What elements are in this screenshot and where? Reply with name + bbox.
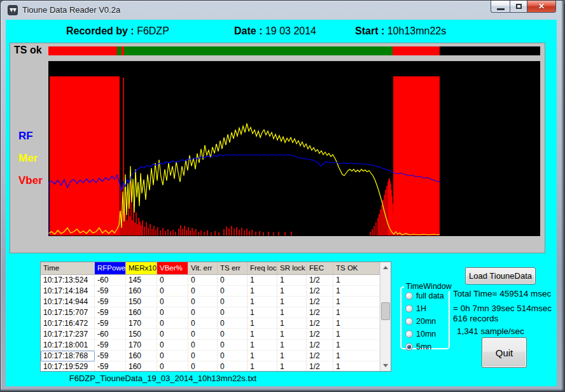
table-cell[interactable]: 150 xyxy=(126,297,157,307)
table-cell[interactable]: 1 xyxy=(248,307,277,318)
table-cell[interactable]: 0 xyxy=(188,307,218,318)
radio-option-1H[interactable]: 1H xyxy=(405,304,449,313)
table-cell[interactable]: 0 xyxy=(218,361,248,372)
table-cell[interactable]: 0 xyxy=(218,275,248,286)
table-cell[interactable]: 170 xyxy=(126,340,157,351)
table-cell[interactable]: -59 xyxy=(95,297,126,307)
table-cell[interactable]: 1 xyxy=(277,275,307,286)
header-cell-vber-[interactable]: VBer% xyxy=(157,262,188,275)
table-cell[interactable]: 1/2 xyxy=(307,318,333,329)
table-cell[interactable]: 160 xyxy=(126,351,157,361)
table-cell[interactable]: -59 xyxy=(95,286,126,297)
table-cell[interactable]: 0 xyxy=(188,361,218,372)
table-scrollbar[interactable] xyxy=(380,262,391,371)
table-cell[interactable]: 1/2 xyxy=(307,351,333,361)
titlebar[interactable]: Tioune Data Reader V0.2a ✕ xyxy=(1,1,564,20)
table-row[interactable]: 10:17:16:472-59170000111/21 xyxy=(41,318,391,329)
table-cell[interactable]: 10:17:17:237 xyxy=(41,329,95,340)
table-cell[interactable]: 1 xyxy=(248,340,277,351)
table-cell[interactable]: 1 xyxy=(333,307,380,318)
table-cell[interactable]: -59 xyxy=(95,351,126,361)
table-cell[interactable]: 1 xyxy=(248,275,277,286)
table-cell[interactable]: 1 xyxy=(248,318,277,329)
radio-option-5mn[interactable]: 5mn xyxy=(405,342,449,351)
header-cell-rfpower[interactable]: RFPower xyxy=(95,262,126,275)
table-cell[interactable]: -60 xyxy=(95,275,126,286)
radio-option-full-data[interactable]: full data xyxy=(405,291,449,300)
header-cell-vit-err[interactable]: Vit. err xyxy=(188,262,218,275)
table-cell[interactable]: 1/2 xyxy=(307,329,333,340)
table-cell[interactable]: 0 xyxy=(157,351,188,361)
table-cell[interactable]: 1 xyxy=(333,286,380,297)
table-cell[interactable]: 0 xyxy=(188,340,218,351)
table-cell[interactable]: 160 xyxy=(126,361,157,372)
header-cell-time[interactable]: Time xyxy=(41,262,95,275)
table-cell[interactable]: 10:17:14:184 xyxy=(41,286,95,297)
table-cell[interactable]: 1 xyxy=(248,351,277,361)
close-button[interactable]: ✕ xyxy=(527,1,556,13)
header-cell-fec[interactable]: FEC xyxy=(307,262,333,275)
table-cell[interactable]: 0 xyxy=(218,297,248,307)
table-row[interactable]: 10:17:15:707-59160000111/21 xyxy=(41,307,391,318)
table-cell[interactable]: 1 xyxy=(333,340,380,351)
quit-button[interactable]: Quit xyxy=(482,337,527,368)
table-cell[interactable]: -59 xyxy=(95,307,126,318)
table-cell[interactable]: 0 xyxy=(157,361,188,372)
minimize-button[interactable] xyxy=(491,1,510,13)
table-cell[interactable]: -59 xyxy=(95,340,126,351)
table-cell[interactable]: 1 xyxy=(248,297,277,307)
table-cell[interactable]: 0 xyxy=(218,286,248,297)
load-tiounedata-button[interactable]: Load TiouneData xyxy=(465,267,536,284)
table-cell[interactable]: 0 xyxy=(218,351,248,361)
table-cell[interactable]: 150 xyxy=(126,329,157,340)
scroll-thumb[interactable] xyxy=(381,302,390,320)
table-cell[interactable]: 1 xyxy=(248,286,277,297)
radio-option-10mn[interactable]: 10mn xyxy=(405,330,449,339)
table-cell[interactable]: 0 xyxy=(157,275,188,286)
table-cell[interactable]: 1 xyxy=(277,307,307,318)
header-cell-ts-ok[interactable]: TS OK xyxy=(333,262,380,275)
table-cell[interactable]: 1 xyxy=(248,329,277,340)
table-cell[interactable]: 0 xyxy=(188,286,218,297)
radio-option-20mn[interactable]: 20mn xyxy=(405,317,449,326)
table-cell[interactable]: 1 xyxy=(333,329,380,340)
table-cell[interactable]: 160 xyxy=(126,307,157,318)
header-cell-merx10[interactable]: MERx10 xyxy=(126,262,157,275)
table-cell[interactable]: 10:17:18:768 xyxy=(41,351,95,361)
table-cell[interactable]: 1 xyxy=(277,318,307,329)
header-cell-freq-lock[interactable]: Freq lock xyxy=(248,262,277,275)
table-cell[interactable]: 1/2 xyxy=(307,361,333,372)
table-cell[interactable]: 10:17:15:707 xyxy=(41,307,95,318)
table-cell[interactable]: 1 xyxy=(333,318,380,329)
table-cell[interactable]: -59 xyxy=(95,318,126,329)
table-cell[interactable]: 1/2 xyxy=(307,297,333,307)
table-cell[interactable]: 10:17:13:524 xyxy=(41,275,95,286)
table-cell[interactable]: 0 xyxy=(157,329,188,340)
table-cell[interactable]: -60 xyxy=(95,329,126,340)
table-cell[interactable]: 0 xyxy=(218,318,248,329)
table-row[interactable]: 10:17:17:237-60150000111/21 xyxy=(41,329,391,340)
table-cell[interactable]: 170 xyxy=(126,318,157,329)
table-cell[interactable]: 1 xyxy=(333,297,380,307)
table-row[interactable]: 10:17:14:944-59150000111/21 xyxy=(41,297,391,307)
table-cell[interactable]: 0 xyxy=(188,297,218,307)
table-cell[interactable]: 1 xyxy=(277,340,307,351)
scroll-up-button[interactable] xyxy=(380,262,391,273)
table-row[interactable]: 10:17:14:184-59160000111/21 xyxy=(41,286,391,297)
table-cell[interactable]: 1/2 xyxy=(307,307,333,318)
table-cell[interactable]: 1 xyxy=(277,351,307,361)
table-cell[interactable]: 1 xyxy=(277,286,307,297)
table-cell[interactable]: 10:17:18:001 xyxy=(41,340,95,351)
maximize-button[interactable] xyxy=(510,1,527,13)
header-cell-sr-lock[interactable]: SR lock xyxy=(277,262,307,275)
table-cell[interactable]: 1 xyxy=(277,297,307,307)
table-cell[interactable]: 1 xyxy=(277,361,307,372)
table-cell[interactable]: 0 xyxy=(157,340,188,351)
table-row[interactable]: 10:17:13:524-60145000111/21 xyxy=(41,275,391,286)
table-cell[interactable]: 0 xyxy=(188,318,218,329)
table-cell[interactable]: 1/2 xyxy=(307,275,333,286)
table-cell[interactable]: -59 xyxy=(95,361,126,372)
table-cell[interactable]: 0 xyxy=(157,307,188,318)
table-cell[interactable]: 0 xyxy=(157,297,188,307)
table-cell[interactable]: 0 xyxy=(218,340,248,351)
